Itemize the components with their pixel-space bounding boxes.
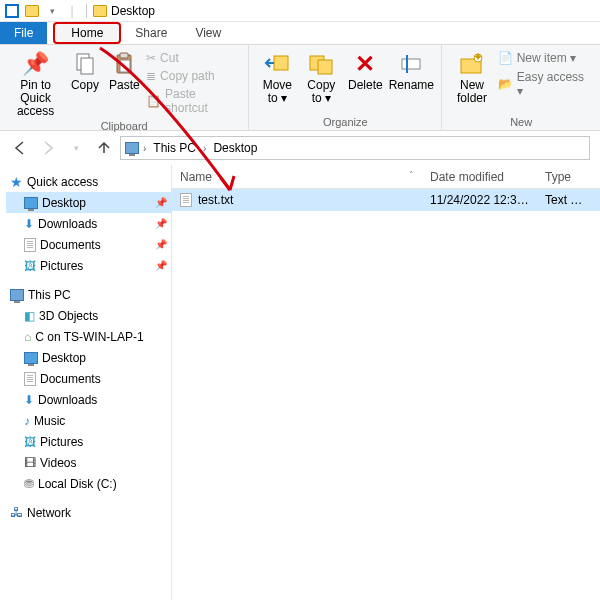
move-label: Move to ▾ <box>257 79 297 105</box>
new-item-icon: 📄 <box>498 51 513 65</box>
pin-icon: 📌 <box>155 197 167 208</box>
tree-desktop2[interactable]: Desktop <box>6 347 171 368</box>
move-to-button[interactable]: Move to ▾ <box>257 48 297 105</box>
copy-path-button[interactable]: ≣Copy path <box>146 68 240 84</box>
pin-icon: 📌 <box>155 239 167 250</box>
svg-rect-6 <box>120 60 130 72</box>
breadcrumb-box[interactable]: › This PC › Desktop <box>120 136 590 160</box>
pin-icon: 📌 <box>155 260 167 271</box>
tree-documents[interactable]: Documents📌 <box>6 234 171 255</box>
file-row[interactable]: test.txt 11/24/2022 12:32 … Text Doc <box>172 189 600 211</box>
group-label: Organize <box>323 115 368 130</box>
tree-videos[interactable]: 🎞Videos <box>6 452 171 473</box>
group-label: Clipboard <box>101 119 148 134</box>
move-icon <box>263 50 291 78</box>
ribbon-tabs: File Home Share View <box>0 22 600 45</box>
tree-quick-access[interactable]: ★Quick access <box>6 171 171 192</box>
chevron-icon[interactable]: › <box>141 143 148 154</box>
col-date[interactable]: Date modified <box>422 170 537 184</box>
ribbon: 📌 Pin to Quick access Copy Paste ✂Cut ≣C… <box>0 45 600 131</box>
cube-icon: ◧ <box>24 309 35 323</box>
svg-rect-7 <box>274 56 288 70</box>
group-label: New <box>510 115 532 130</box>
svg-rect-9 <box>318 60 332 74</box>
group-clipboard: 📌 Pin to Quick access Copy Paste ✂Cut ≣C… <box>0 45 249 130</box>
pin-icon: 📌 <box>155 218 167 229</box>
tree-mapped-c[interactable]: ⌂C on TS-WIN-LAP-1 <box>6 326 171 347</box>
folder-icon <box>93 5 107 17</box>
crumb-desktop[interactable]: Desktop <box>210 141 260 155</box>
qat-divider: | <box>64 3 80 19</box>
svg-text:✦: ✦ <box>473 52 483 64</box>
rename-button[interactable]: Rename <box>389 48 433 92</box>
tree-documents2[interactable]: Documents <box>6 368 171 389</box>
col-name[interactable]: Name ˄ <box>172 170 422 184</box>
window-title: Desktop <box>86 4 155 18</box>
rename-icon <box>397 50 425 78</box>
pictures-icon: 🖼 <box>24 259 36 273</box>
tab-home[interactable]: Home <box>53 22 121 44</box>
new-item-button[interactable]: 📄New item ▾ <box>498 50 592 66</box>
paste-shortcut-button[interactable]: 📋Paste shortcut <box>146 86 240 116</box>
tree-downloads[interactable]: ⬇Downloads📌 <box>6 213 171 234</box>
chevron-icon[interactable]: › <box>201 143 208 154</box>
svg-rect-10 <box>402 59 420 69</box>
downloads-icon: ⬇ <box>24 393 34 407</box>
star-icon: ★ <box>10 174 23 190</box>
tab-file[interactable]: File <box>0 22 47 44</box>
copy-button[interactable]: Copy <box>67 48 102 92</box>
group-organize: Move to ▾ Copy to ▾ ✕ Delete Rename Orga… <box>249 45 442 130</box>
file-date: 11/24/2022 12:32 … <box>422 193 537 207</box>
path-icon: ≣ <box>146 69 156 83</box>
crumb-thispc[interactable]: This PC <box>150 141 199 155</box>
tree-downloads2[interactable]: ⬇Downloads <box>6 389 171 410</box>
drive-icon: ⌂ <box>24 330 31 344</box>
svg-rect-5 <box>120 53 128 58</box>
shortcut-icon: 📋 <box>146 94 161 108</box>
recent-dropdown[interactable]: ▾ <box>64 136 88 160</box>
title-bar: ▾ | Desktop <box>0 0 600 22</box>
svg-rect-1 <box>7 6 17 16</box>
col-type[interactable]: Type <box>537 170 597 184</box>
tree-music[interactable]: ♪Music <box>6 410 171 431</box>
scissors-icon: ✂ <box>146 51 156 65</box>
delete-icon: ✕ <box>351 50 379 78</box>
rename-label: Rename <box>389 79 434 92</box>
disk-icon: ⛃ <box>24 477 34 491</box>
back-button[interactable] <box>8 136 32 160</box>
up-button[interactable] <box>92 136 116 160</box>
tree-pictures2[interactable]: 🖼Pictures <box>6 431 171 452</box>
pin-icon: 📌 <box>22 50 50 78</box>
tree-network[interactable]: 🖧Network <box>6 502 171 523</box>
new-folder-button[interactable]: ✦ New folder <box>450 48 493 105</box>
tree-this-pc[interactable]: This PC <box>6 284 171 305</box>
svg-rect-3 <box>81 58 93 74</box>
copy-icon <box>71 50 99 78</box>
file-type: Text Doc <box>537 193 597 207</box>
forward-button[interactable] <box>36 136 60 160</box>
svg-rect-11 <box>406 55 408 73</box>
tab-share[interactable]: Share <box>121 22 181 44</box>
paste-icon <box>110 50 138 78</box>
copy-to-button[interactable]: Copy to ▾ <box>301 48 341 105</box>
tree-3d-objects[interactable]: ◧3D Objects <box>6 305 171 326</box>
cut-button[interactable]: ✂Cut <box>146 50 240 66</box>
paste-button[interactable]: Paste <box>107 48 142 92</box>
delete-button[interactable]: ✕ Delete <box>345 48 385 92</box>
pin-to-quick-access-button[interactable]: 📌 Pin to Quick access <box>8 48 63 119</box>
tree-local-disk[interactable]: ⛃Local Disk (C:) <box>6 473 171 494</box>
window-title-text: Desktop <box>111 4 155 18</box>
copyto-label: Copy to ▾ <box>301 79 341 105</box>
qat-dropdown[interactable]: ▾ <box>44 3 60 19</box>
tab-view[interactable]: View <box>181 22 235 44</box>
downloads-icon: ⬇ <box>24 217 34 231</box>
qat-item[interactable] <box>24 3 40 19</box>
tree-desktop[interactable]: Desktop📌 <box>6 192 171 213</box>
easy-access-button[interactable]: 📂Easy access ▾ <box>498 69 592 99</box>
music-icon: ♪ <box>24 414 30 428</box>
sort-icon: ˄ <box>409 170 414 180</box>
tree-pictures[interactable]: 🖼Pictures📌 <box>6 255 171 276</box>
desktop-icon <box>24 352 38 364</box>
address-bar: ▾ › This PC › Desktop <box>0 131 600 165</box>
pc-icon <box>10 289 24 301</box>
